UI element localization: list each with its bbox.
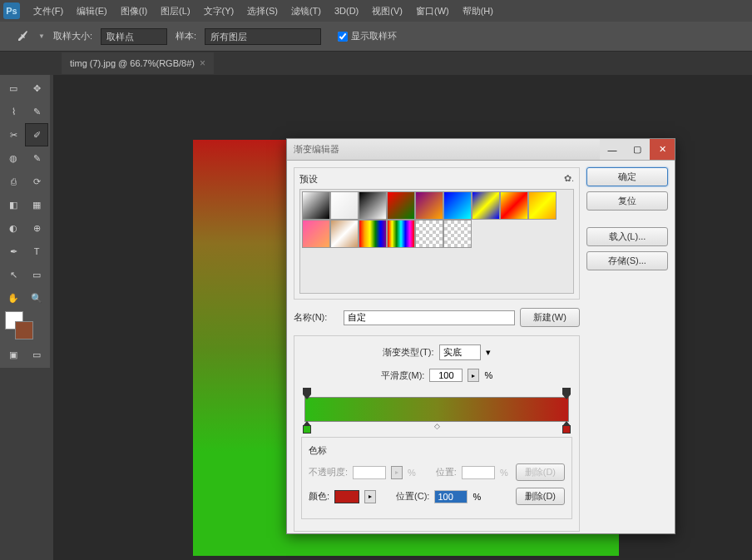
zoom-tool[interactable]: 🔍 [25, 286, 48, 310]
path-tool[interactable]: ↖ [2, 263, 25, 286]
stops-title: 色标 [309, 444, 565, 457]
dialog-title: 渐变编辑器 [294, 143, 600, 156]
marquee-tool[interactable]: ▭ [2, 77, 25, 100]
gradient-type-group: 渐变类型(T): 实底 ▾ 平滑度(M): ▸ % ◇ [294, 335, 580, 532]
color-stop-right[interactable] [562, 425, 571, 434]
sample-label: 样本: [176, 30, 196, 42]
menu-layer[interactable]: 图层(L) [154, 2, 196, 21]
color-swatch[interactable] [334, 490, 359, 503]
preset-swatch[interactable] [302, 220, 330, 248]
hand-tool[interactable]: ✋ [2, 286, 25, 310]
quickmask-tool[interactable]: ▣ [2, 343, 25, 366]
crop-tool[interactable]: ✂ [2, 123, 25, 146]
menu-window[interactable]: 窗口(W) [409, 2, 456, 21]
preset-swatch[interactable] [443, 191, 472, 220]
pen-tool[interactable]: ✒ [2, 240, 25, 263]
maximize-button[interactable]: ▢ [625, 139, 650, 160]
show-ring-checkbox[interactable] [338, 32, 348, 42]
opacity-stop-left[interactable] [303, 388, 311, 396]
name-input[interactable] [344, 310, 515, 325]
gradient-type-label: 渐变类型(T): [383, 346, 433, 359]
menubar: Ps 文件(F) 编辑(E) 图像(I) 图层(L) 文字(Y) 选择(S) 滤… [0, 0, 752, 22]
new-button[interactable]: 新建(W) [520, 308, 580, 327]
color-picker-arrow[interactable]: ▸ [364, 490, 376, 503]
preset-swatch[interactable] [387, 220, 415, 248]
dodge-tool[interactable]: ⊕ [25, 216, 48, 240]
name-label: 名称(N): [294, 311, 339, 324]
smoothness-input[interactable] [429, 369, 463, 382]
dialog-titlebar[interactable]: 渐变编辑器 — ▢ ✕ [287, 139, 675, 161]
menu-type[interactable]: 文字(Y) [197, 2, 241, 21]
color-position-input[interactable] [434, 490, 468, 503]
menu-filter[interactable]: 滤镜(T) [284, 2, 328, 21]
color-stop-left[interactable] [303, 425, 311, 434]
eraser-tool[interactable]: ◧ [2, 193, 25, 216]
toolbox: ▭✥ ⌇✎ ✂✐ ◍✎ ⎙⟳ ◧▦ ◐⊕ ✒T ↖▭ ✋🔍 ▣▭ [0, 75, 50, 368]
gradient-tool[interactable]: ▦ [25, 193, 48, 216]
minimize-button[interactable]: — [600, 139, 625, 160]
eyedropper-icon [17, 29, 30, 44]
sample-select[interactable]: 所有图层 [205, 28, 321, 45]
ok-button[interactable]: 确定 [586, 167, 668, 186]
move-tool[interactable]: ✥ [25, 77, 48, 100]
menu-view[interactable]: 视图(V) [365, 2, 409, 21]
gradient-type-select[interactable]: 实底 [439, 344, 481, 360]
preset-swatch[interactable] [472, 191, 500, 220]
opacity-label: 不透明度: [309, 466, 348, 478]
type-tool[interactable]: T [25, 240, 48, 263]
stamp-tool[interactable]: ⎙ [2, 170, 25, 193]
preset-swatch[interactable] [443, 220, 472, 248]
preset-swatch[interactable] [359, 191, 387, 220]
save-button[interactable]: 存储(S)... [586, 251, 668, 270]
close-icon[interactable]: × [200, 57, 205, 69]
preset-swatch[interactable] [302, 191, 330, 220]
optionsbar: ▼ 取样大小: 取样点 样本: 所有图层 显示取样环 [0, 22, 752, 52]
menu-select[interactable]: 选择(S) [240, 2, 284, 21]
gradient-editor-dialog: 渐变编辑器 — ▢ ✕ 预设 ✿. [286, 138, 675, 534]
close-button[interactable]: ✕ [650, 139, 675, 160]
preset-swatch[interactable] [387, 191, 415, 220]
color-label: 颜色: [309, 490, 329, 503]
opacity-position-unit: % [500, 468, 508, 478]
delete-color-button[interactable]: 删除(D) [516, 488, 565, 505]
preset-swatch[interactable] [330, 220, 359, 248]
shape-tool[interactable]: ▭ [25, 263, 48, 286]
history-tool[interactable]: ⟳ [25, 170, 48, 193]
preset-swatch[interactable] [528, 191, 557, 220]
screen-mode-tool[interactable]: ▭ [25, 343, 48, 366]
midpoint-marker[interactable]: ◇ [434, 422, 440, 430]
heal-tool[interactable]: ◍ [2, 146, 25, 170]
opacity-stop-right[interactable] [562, 388, 571, 396]
menu-file[interactable]: 文件(F) [27, 2, 70, 21]
sample-size-select[interactable]: 取样点 [101, 28, 167, 45]
stops-group: 色标 不透明度: ▸ % 位置: % 删除(D) 颜色: ▸ [301, 437, 572, 519]
menu-edit[interactable]: 编辑(E) [70, 2, 114, 21]
opacity-position-input [462, 466, 495, 479]
blur-tool[interactable]: ◐ [2, 216, 25, 240]
preset-swatch[interactable] [415, 220, 443, 248]
menu-image[interactable]: 图像(I) [114, 2, 154, 21]
eyedropper-tool[interactable]: ✐ [25, 123, 48, 146]
file-tab-title: timg (7).jpg @ 66.7%(RGB/8#) [70, 58, 195, 68]
lasso-tool[interactable]: ⌇ [2, 100, 25, 123]
wand-tool[interactable]: ✎ [25, 100, 48, 123]
color-swatches [2, 310, 48, 343]
gear-icon[interactable]: ✿. [564, 173, 574, 186]
menu-help[interactable]: 帮助(H) [456, 2, 500, 21]
background-color[interactable] [15, 321, 33, 339]
brush-tool[interactable]: ✎ [25, 146, 48, 170]
preset-swatch[interactable] [359, 220, 387, 248]
preset-swatch[interactable] [330, 191, 359, 220]
smoothness-stepper[interactable]: ▸ [468, 369, 479, 382]
preset-swatch[interactable] [415, 191, 443, 220]
file-tab[interactable]: timg (7).jpg @ 66.7%(RGB/8#) × [62, 52, 214, 74]
chevron-down-icon[interactable]: ▾ [486, 347, 491, 358]
preset-swatch[interactable] [500, 191, 528, 220]
smoothness-label: 平滑度(M): [381, 369, 425, 382]
gradient-bar[interactable]: ◇ [304, 397, 569, 422]
menu-3d[interactable]: 3D(D) [328, 2, 365, 19]
load-button[interactable]: 载入(L)... [586, 227, 668, 246]
chevron-down-icon[interactable]: ▼ [38, 32, 45, 40]
reset-button[interactable]: 复位 [586, 191, 668, 211]
tabbar: timg (7).jpg @ 66.7%(RGB/8#) × [0, 52, 752, 75]
